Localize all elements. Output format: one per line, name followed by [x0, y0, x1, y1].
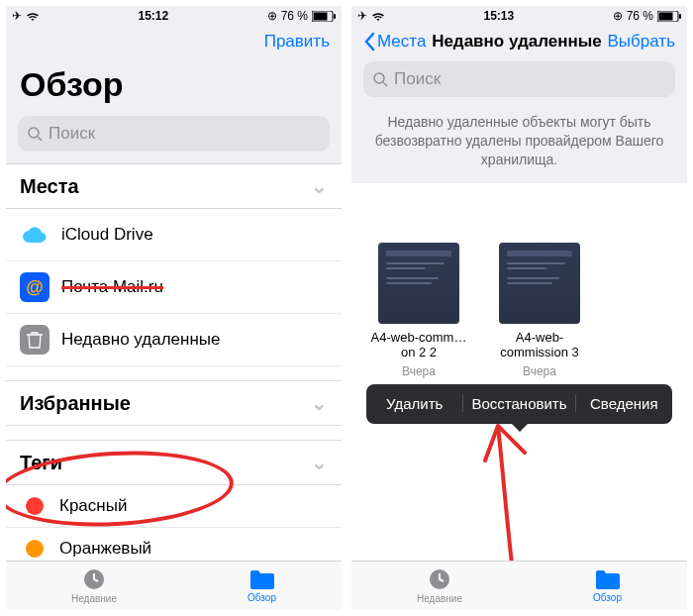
tag-dot-red [26, 497, 44, 515]
ctx-restore[interactable]: Восстановить [463, 395, 575, 412]
tab-browse[interactable]: Обзор [593, 568, 622, 603]
file-name: A4-web-commission 3 [490, 330, 589, 360]
folder-icon [595, 568, 621, 590]
status-bar: ✈︎ 15:13 ⊕ 76 % [351, 6, 687, 26]
battery-icon [657, 11, 681, 22]
chevron-down-icon: ⌄ [311, 451, 328, 474]
chevron-left-icon [363, 32, 375, 51]
svg-point-9 [374, 73, 384, 83]
back-button[interactable]: Места [363, 32, 426, 51]
tab-bar: Недавние Обзор [6, 561, 342, 610]
file-item[interactable]: A4-web-commission 3 Вчера 26 КБ [490, 243, 589, 396]
search-placeholder: Поиск [49, 124, 95, 144]
battery-icon [312, 11, 336, 22]
wifi-icon [26, 11, 40, 22]
orientation-lock-icon: ⊕ [267, 9, 277, 23]
tab-browse[interactable]: Обзор [248, 568, 276, 603]
search-placeholder: Поиск [394, 69, 441, 89]
file-name: A4-web-comm…on 2 2 [369, 330, 468, 360]
place-label: Недавно удаленные [61, 330, 220, 350]
file-item[interactable]: A4-web-comm…on 2 2 Вчера 26 КБ [369, 243, 468, 396]
context-menu: Удалить Восстановить Сведения [366, 384, 672, 424]
select-button[interactable]: Выбрать [608, 32, 675, 51]
ctx-details[interactable]: Сведения [576, 395, 672, 412]
battery-percent: 76 % [281, 9, 308, 23]
place-label: Почта Mail.ru [61, 277, 163, 297]
place-label: iCloud Drive [61, 225, 153, 245]
tag-label: Оранжевый [59, 539, 151, 559]
at-icon: @ [20, 272, 50, 302]
section-favorites[interactable]: Избранные ⌄ [6, 380, 342, 426]
tab-bar: Недавние Обзор [351, 561, 687, 610]
place-recently-deleted[interactable]: Недавно удаленные [6, 314, 342, 366]
nav-bar: Места Недавно удаленные Выбрать [351, 26, 687, 55]
folder-icon [249, 568, 275, 590]
file-date: Вчера [369, 364, 468, 378]
airplane-icon: ✈︎ [12, 9, 22, 23]
status-time: 15:12 [138, 9, 168, 23]
info-text: Недавно удаленные объекты могут быть без… [351, 107, 687, 183]
files-grid: A4-web-comm…on 2 2 Вчера 26 КБ A4-web-co… [351, 183, 687, 396]
tab-recents[interactable]: Недавние [71, 567, 117, 604]
trash-icon [20, 325, 50, 355]
clock-icon [82, 567, 106, 591]
tag-label: Красный [59, 496, 127, 516]
place-mailru[interactable]: @ Почта Mail.ru [6, 261, 342, 314]
ctx-delete[interactable]: Удалить [366, 395, 463, 412]
svg-point-3 [29, 128, 39, 138]
page-title: Недавно удаленные [426, 32, 607, 51]
orientation-lock-icon: ⊕ [613, 9, 623, 23]
file-thumbnail [499, 243, 580, 324]
screenshot-recently-deleted: ✈︎ 15:13 ⊕ 76 % Места Недавно удаленные … [351, 6, 687, 610]
place-icloud[interactable]: iCloud Drive [6, 209, 342, 261]
airplane-icon: ✈︎ [357, 9, 367, 23]
screenshot-browse-screen: ✈︎ 15:12 ⊕ 76 % Править Обзор Поиск Мест… [6, 6, 342, 610]
search-icon [28, 127, 43, 142]
search-icon [373, 72, 388, 87]
page-title: Обзор [6, 55, 342, 110]
edit-button[interactable]: Править [264, 32, 330, 51]
nav-bar: Править [6, 26, 342, 55]
tag-item[interactable]: Красный [6, 485, 342, 528]
search-input[interactable]: Поиск [18, 116, 330, 152]
search-input[interactable]: Поиск [363, 61, 675, 97]
svg-line-10 [383, 82, 387, 86]
file-thumbnail [378, 243, 459, 324]
battery-percent: 76 % [627, 9, 653, 23]
svg-rect-1 [314, 12, 328, 20]
status-bar: ✈︎ 15:12 ⊕ 76 % [6, 6, 342, 26]
cloud-icon [20, 220, 50, 250]
section-places[interactable]: Места ⌄ [6, 163, 342, 209]
svg-line-4 [38, 137, 42, 141]
svg-rect-8 [679, 14, 681, 19]
section-tags[interactable]: Теги ⌄ [6, 440, 342, 485]
svg-rect-2 [334, 14, 336, 19]
svg-rect-7 [659, 12, 673, 20]
clock-icon [428, 567, 451, 591]
wifi-icon [371, 11, 385, 22]
status-time: 15:13 [483, 9, 514, 23]
chevron-down-icon: ⌄ [311, 391, 328, 415]
tab-recents[interactable]: Недавние [417, 567, 462, 604]
chevron-down-icon: ⌄ [311, 174, 328, 198]
file-date: Вчера [490, 364, 589, 378]
tag-dot-orange [26, 540, 44, 558]
